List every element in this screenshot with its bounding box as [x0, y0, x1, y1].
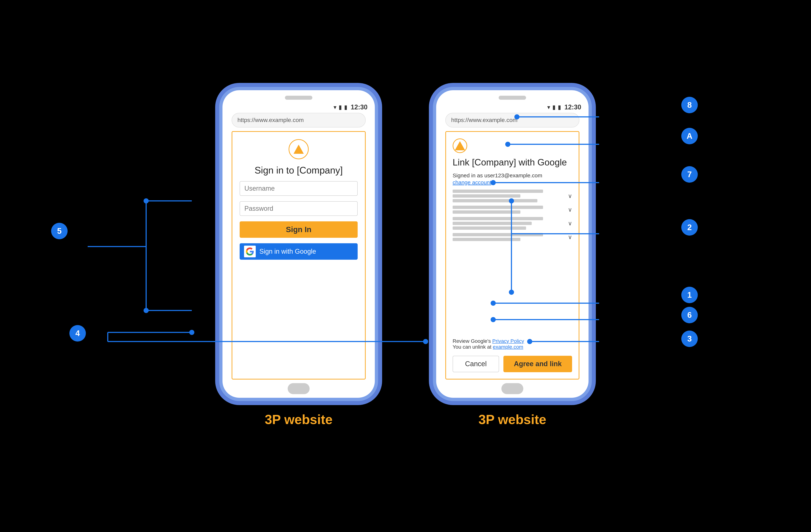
annotation-2: 2	[681, 219, 698, 235]
permission-bars-2	[453, 206, 566, 214]
chevron-icon-2[interactable]: ∨	[568, 206, 572, 213]
link-screen-content: Link [Company] with Google Signed in as …	[445, 131, 579, 380]
browser-url-right: https://www.example.com	[451, 117, 518, 123]
permission-bars-3	[453, 217, 566, 230]
permissions-section: ∨ ∨	[453, 189, 572, 334]
links-section: Review Google's Privacy Policy You can u…	[453, 338, 572, 350]
phone-speaker-left	[285, 96, 312, 100]
google-signin-label: Sign in with Google	[259, 248, 316, 255]
annotation-1: 1	[681, 287, 698, 303]
permission-bars-1	[453, 189, 566, 202]
browser-url-left: https://www.example.com	[238, 117, 304, 123]
logo-triangle-left	[293, 145, 304, 154]
phones-row: ▾ ▮ ▮ 12:30 https://www.example.com Sign…	[219, 87, 592, 427]
status-time-right: 12:30	[564, 103, 581, 111]
battery-icon: ▮	[344, 104, 348, 111]
svg-point-7	[189, 330, 194, 335]
link-title: Link [Company] with Google	[453, 157, 572, 168]
perm-bar	[453, 226, 526, 230]
perm-bar	[453, 210, 520, 214]
perm-bar	[453, 217, 543, 220]
annotation-6: 6	[681, 307, 698, 323]
svg-point-2	[143, 198, 149, 203]
chevron-icon-3[interactable]: ∨	[568, 220, 572, 227]
status-icons-left: ▾ ▮ ▮	[334, 104, 348, 111]
password-input[interactable]	[240, 201, 358, 216]
perm-bar	[453, 194, 520, 198]
phone-label-left: 3P website	[265, 412, 333, 427]
signin-button[interactable]: Sign In	[240, 221, 358, 238]
perm-bar	[453, 222, 532, 225]
annotation-8: 8	[681, 97, 698, 113]
phone-wrapper-right: ▾ ▮ ▮ 12:30 https://www.example.com	[433, 87, 592, 427]
unlink-line: You can unlink at example.com	[453, 344, 572, 350]
home-indicator-right	[501, 383, 523, 394]
privacy-prefix-text: Review Google's	[453, 338, 492, 344]
status-bar-right: ▾ ▮ ▮ 12:30	[436, 102, 588, 113]
diagram-container: ▾ ▮ ▮ 12:30 https://www.example.com Sign…	[0, 0, 811, 532]
cancel-button[interactable]: Cancel	[453, 356, 499, 372]
permission-item-3: ∨	[453, 217, 572, 230]
permission-item-2: ∨	[453, 206, 572, 214]
permission-item-1: ∨	[453, 189, 572, 202]
annotation-5: 5	[51, 223, 67, 239]
phone-wrapper-left: ▾ ▮ ▮ 12:30 https://www.example.com Sign…	[219, 87, 378, 427]
signal-icon-right: ▮	[552, 104, 556, 111]
svg-point-3	[143, 308, 149, 313]
company-logo-left	[289, 139, 309, 159]
agree-button[interactable]: Agree and link	[503, 356, 572, 372]
permission-bars-4	[453, 233, 566, 241]
google-icon-container	[244, 246, 256, 257]
google-logo-icon	[246, 247, 254, 256]
action-buttons-row: Cancel Agree and link	[453, 356, 572, 372]
signed-in-text: Signed in as user123@example.com	[453, 172, 572, 179]
status-bar-left: ▾ ▮ ▮ 12:30	[223, 102, 375, 113]
perm-bar	[453, 199, 537, 202]
google-signin-button[interactable]: Sign in with Google	[240, 243, 358, 260]
phone-label-right: 3P website	[478, 412, 546, 427]
phone-left: ▾ ▮ ▮ 12:30 https://www.example.com Sign…	[219, 87, 378, 401]
change-account-link[interactable]: change account	[453, 179, 491, 185]
unlink-prefix-text: You can unlink at	[453, 344, 493, 350]
screen-content-left: Sign in to [Company] Sign In	[232, 131, 366, 380]
signin-title: Sign in to [Company]	[255, 165, 343, 176]
signed-in-section: Signed in as user123@example.com change …	[453, 172, 572, 185]
username-input[interactable]	[240, 181, 358, 196]
browser-bar-left: https://www.example.com	[232, 113, 366, 127]
wifi-icon-right: ▾	[547, 104, 550, 111]
status-icons-right: ▾ ▮ ▮	[547, 104, 561, 111]
status-time-left: 12:30	[351, 103, 368, 111]
home-indicator-left	[288, 383, 310, 394]
privacy-line: Review Google's Privacy Policy	[453, 338, 572, 344]
wifi-icon: ▾	[334, 104, 336, 111]
unlink-link[interactable]: example.com	[493, 344, 523, 350]
permission-item-4: ∨	[453, 233, 572, 241]
annotation-3: 3	[681, 331, 698, 347]
annotation-4: 4	[70, 325, 86, 341]
chevron-icon-1[interactable]: ∨	[568, 193, 572, 199]
perm-bar	[453, 238, 520, 241]
chevron-icon-4[interactable]: ∨	[568, 233, 572, 241]
privacy-policy-link[interactable]: Privacy Policy	[492, 338, 524, 344]
logo-triangle-right	[455, 141, 465, 150]
annotation-7: 7	[681, 166, 698, 183]
perm-bar	[453, 233, 543, 236]
phone-speaker-right	[499, 96, 526, 100]
perm-bar	[453, 189, 543, 193]
signal-icon: ▮	[339, 104, 342, 111]
perm-bar	[453, 206, 543, 209]
browser-bar-right: https://www.example.com	[445, 113, 579, 127]
phone-right: ▾ ▮ ▮ 12:30 https://www.example.com	[433, 87, 592, 401]
company-logo-right	[453, 138, 467, 153]
annotation-A: A	[681, 128, 698, 144]
battery-icon-right: ▮	[558, 104, 561, 111]
